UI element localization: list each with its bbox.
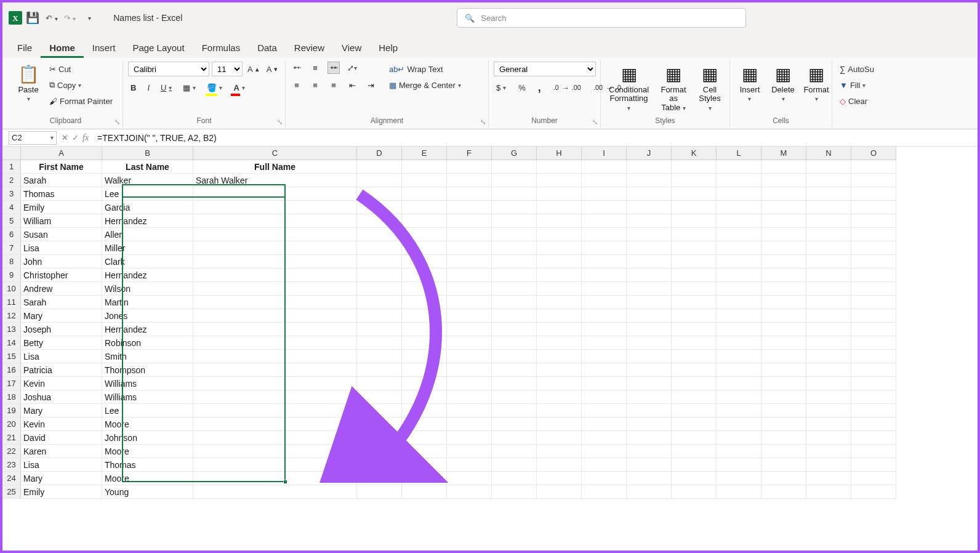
cell-B15[interactable]: Smith: [102, 350, 193, 363]
col-header-K[interactable]: K: [672, 147, 717, 160]
cell-L16[interactable]: [717, 363, 761, 377]
number-format-select[interactable]: General: [494, 62, 596, 76]
col-header-D[interactable]: D: [357, 147, 402, 160]
cell-O9[interactable]: [851, 268, 896, 282]
row-header-20[interactable]: 20: [2, 418, 21, 431]
cell-C3[interactable]: [193, 187, 357, 201]
cell-O18[interactable]: [851, 390, 896, 404]
cell-F16[interactable]: [447, 363, 492, 377]
cell-D1[interactable]: [357, 160, 402, 174]
conditional-formatting-button[interactable]: ▦Conditional Formatting ▾: [606, 62, 652, 115]
cell-G8[interactable]: [492, 255, 537, 268]
cell-H4[interactable]: [537, 201, 582, 214]
italic-button[interactable]: I: [145, 80, 152, 95]
cell-H19[interactable]: [537, 404, 582, 418]
cell-M16[interactable]: [761, 363, 806, 377]
cell-G12[interactable]: [492, 309, 537, 323]
row-header-8[interactable]: 8: [2, 255, 21, 268]
cell-L6[interactable]: [717, 228, 761, 241]
cell-D7[interactable]: [357, 241, 402, 255]
tab-help[interactable]: Help: [370, 38, 406, 58]
cell-J8[interactable]: [627, 255, 672, 268]
col-header-H[interactable]: H: [537, 147, 582, 160]
cell-J13[interactable]: [627, 323, 672, 336]
cell-K18[interactable]: [672, 390, 717, 404]
cell-H10[interactable]: [537, 282, 582, 296]
cell-N12[interactable]: [806, 309, 851, 323]
cell-A22[interactable]: Karen: [21, 445, 102, 458]
cell-K22[interactable]: [672, 445, 717, 458]
cell-I13[interactable]: [582, 323, 627, 336]
cell-C4[interactable]: [193, 201, 357, 214]
cell-L10[interactable]: [717, 282, 761, 296]
row-header-17[interactable]: 17: [2, 377, 21, 390]
row-header-4[interactable]: 4: [2, 201, 21, 214]
cell-B3[interactable]: Lee: [102, 187, 193, 201]
cell-M13[interactable]: [761, 323, 806, 336]
cell-A7[interactable]: Lisa: [21, 241, 102, 255]
col-header-E[interactable]: E: [402, 147, 447, 160]
tab-data[interactable]: Data: [249, 38, 286, 58]
cell-I6[interactable]: [582, 228, 627, 241]
cell-L23[interactable]: [717, 458, 761, 472]
cell-F6[interactable]: [447, 228, 492, 241]
insert-function-button[interactable]: fx: [82, 133, 89, 143]
cell-N10[interactable]: [806, 282, 851, 296]
cell-M8[interactable]: [761, 255, 806, 268]
col-header-G[interactable]: G: [492, 147, 537, 160]
cell-N14[interactable]: [806, 336, 851, 350]
cell-C6[interactable]: [193, 228, 357, 241]
row-header-22[interactable]: 22: [2, 445, 21, 458]
cell-H9[interactable]: [537, 268, 582, 282]
cell-K13[interactable]: [672, 323, 717, 336]
cell-G18[interactable]: [492, 390, 537, 404]
cell-C19[interactable]: [193, 404, 357, 418]
cell-M1[interactable]: [761, 160, 806, 174]
cell-M21[interactable]: [761, 431, 806, 445]
cell-A1[interactable]: First Name: [21, 160, 102, 174]
cell-I10[interactable]: [582, 282, 627, 296]
cell-O5[interactable]: [851, 214, 896, 228]
cell-C24[interactable]: [193, 472, 357, 485]
cell-A5[interactable]: William: [21, 214, 102, 228]
cell-H3[interactable]: [537, 187, 582, 201]
cell-J3[interactable]: [627, 187, 672, 201]
cell-N4[interactable]: [806, 201, 851, 214]
row-header-1[interactable]: 1: [2, 160, 21, 174]
cell-K24[interactable]: [672, 472, 717, 485]
tab-formulas[interactable]: Formulas: [193, 38, 249, 58]
cell-D13[interactable]: [357, 323, 402, 336]
cell-L18[interactable]: [717, 390, 761, 404]
cell-H20[interactable]: [537, 418, 582, 431]
wrap-text-button[interactable]: ab↵Wrap Text: [387, 62, 464, 76]
increase-decimal-button[interactable]: .0→.00: [551, 80, 584, 95]
cell-M22[interactable]: [761, 445, 806, 458]
cell-G1[interactable]: [492, 160, 537, 174]
cell-K11[interactable]: [672, 296, 717, 309]
cell-L24[interactable]: [717, 472, 761, 485]
cell-B23[interactable]: Thomas: [102, 458, 193, 472]
cell-H24[interactable]: [537, 472, 582, 485]
cell-B7[interactable]: Miller: [102, 241, 193, 255]
cell-B12[interactable]: Jones: [102, 309, 193, 323]
cell-J18[interactable]: [627, 390, 672, 404]
cell-B14[interactable]: Robinson: [102, 336, 193, 350]
cell-B17[interactable]: Williams: [102, 377, 193, 390]
cell-J24[interactable]: [627, 472, 672, 485]
cell-B11[interactable]: Martin: [102, 296, 193, 309]
cell-D24[interactable]: [357, 472, 402, 485]
cell-N25[interactable]: [806, 485, 851, 499]
cell-C11[interactable]: [193, 296, 357, 309]
increase-indent-button[interactable]: ⇥: [364, 79, 377, 91]
cell-B6[interactable]: Allen: [102, 228, 193, 241]
cell-C23[interactable]: [193, 458, 357, 472]
cell-J11[interactable]: [627, 296, 672, 309]
cell-N9[interactable]: [806, 268, 851, 282]
cell-L1[interactable]: [717, 160, 761, 174]
cell-B2[interactable]: Walker: [102, 174, 193, 187]
paste-button[interactable]: 📋 Paste ▾: [14, 62, 43, 105]
cell-J10[interactable]: [627, 282, 672, 296]
cell-G17[interactable]: [492, 377, 537, 390]
col-header-L[interactable]: L: [717, 147, 761, 160]
alignment-launcher[interactable]: ⤡: [480, 118, 486, 126]
